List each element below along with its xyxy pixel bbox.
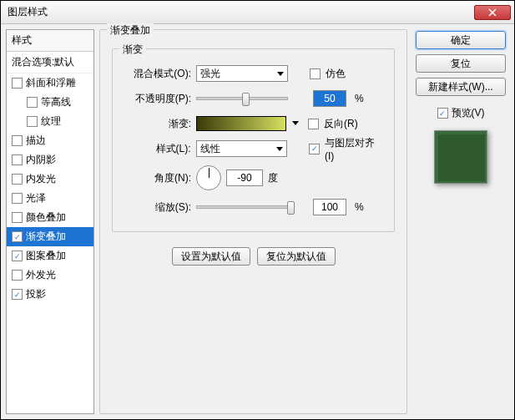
style-item[interactable]: 纹理 bbox=[7, 112, 93, 131]
style-checkbox[interactable] bbox=[27, 97, 38, 108]
options-panel: 渐变叠加 渐变 混合模式(O): 强光 仿色 不透明度(P): 50 bbox=[99, 29, 407, 414]
dither-label: 仿色 bbox=[326, 67, 346, 81]
style-item[interactable]: 颜色叠加 bbox=[7, 208, 93, 227]
close-button[interactable] bbox=[474, 5, 511, 20]
titlebar: 图层样式 bbox=[1, 1, 514, 24]
new-style-button[interactable]: 新建样式(W)... bbox=[416, 78, 506, 96]
align-label: 与图层对齐(I) bbox=[325, 136, 384, 162]
style-item[interactable]: 斜面和浮雕 bbox=[7, 73, 93, 93]
style-checkbox[interactable] bbox=[12, 135, 23, 146]
scale-unit: % bbox=[355, 201, 364, 213]
layer-style-dialog: 图层样式 样式 混合选项:默认 斜面和浮雕等高线纹理描边内阴影内发光光泽颜色叠加… bbox=[0, 0, 515, 420]
style-checkbox[interactable] bbox=[12, 212, 23, 223]
style-item-label: 颜色叠加 bbox=[26, 210, 66, 225]
close-icon bbox=[488, 8, 497, 17]
style-item[interactable]: ✓渐变叠加 bbox=[7, 227, 93, 246]
reverse-label: 反向(R) bbox=[324, 117, 358, 131]
align-checkbox[interactable]: ✓ bbox=[309, 144, 320, 154]
gradient-label: 渐变: bbox=[123, 117, 191, 131]
angle-unit: 度 bbox=[268, 171, 278, 185]
scale-slider[interactable] bbox=[196, 205, 288, 209]
style-item-label: 内阴影 bbox=[26, 153, 56, 167]
style-item-label: 纹理 bbox=[41, 114, 61, 129]
style-item-label: 斜面和浮雕 bbox=[26, 76, 76, 90]
style-select[interactable]: 线性 bbox=[196, 140, 288, 157]
style-item-label: 投影 bbox=[26, 287, 46, 301]
style-checkbox[interactable] bbox=[12, 270, 23, 281]
gradient-overlay-group: 渐变叠加 渐变 混合模式(O): 强光 仿色 不透明度(P): 50 bbox=[99, 29, 407, 414]
styles-header[interactable]: 样式 bbox=[7, 30, 93, 52]
style-item-label: 内发光 bbox=[26, 172, 56, 186]
style-checkbox[interactable] bbox=[27, 116, 38, 127]
opacity-input[interactable]: 50 bbox=[313, 90, 346, 107]
style-item-label: 等高线 bbox=[41, 95, 71, 109]
style-checkbox[interactable] bbox=[12, 193, 23, 204]
style-item-label: 光泽 bbox=[26, 191, 46, 205]
ok-button[interactable]: 确定 bbox=[416, 31, 506, 49]
style-item[interactable]: ✓图案叠加 bbox=[7, 246, 93, 266]
style-checkbox[interactable] bbox=[12, 78, 23, 89]
style-checkbox[interactable]: ✓ bbox=[12, 231, 23, 242]
angle-dial[interactable] bbox=[196, 165, 221, 190]
style-item[interactable]: 内阴影 bbox=[7, 150, 93, 170]
style-item[interactable]: 描边 bbox=[7, 131, 93, 150]
style-item[interactable]: 外发光 bbox=[7, 266, 93, 285]
scale-label: 缩放(S): bbox=[123, 200, 191, 215]
angle-label: 角度(N): bbox=[123, 171, 191, 185]
style-item-label: 描边 bbox=[26, 134, 46, 148]
style-item[interactable]: ✓投影 bbox=[7, 285, 93, 304]
style-checkbox[interactable] bbox=[12, 174, 23, 185]
style-label: 样式(L): bbox=[123, 142, 191, 156]
styles-list: 样式 混合选项:默认 斜面和浮雕等高线纹理描边内阴影内发光光泽颜色叠加✓渐变叠加… bbox=[6, 29, 94, 414]
gradient-group: 渐变 混合模式(O): 强光 仿色 不透明度(P): 50 % bbox=[112, 48, 395, 232]
style-checkbox[interactable]: ✓ bbox=[12, 289, 23, 300]
scale-input[interactable]: 100 bbox=[313, 199, 346, 215]
cancel-button[interactable]: 复位 bbox=[416, 54, 506, 73]
inner-group-title: 渐变 bbox=[119, 43, 146, 57]
make-default-button[interactable]: 设置为默认值 bbox=[172, 247, 250, 266]
style-item-label: 渐变叠加 bbox=[26, 230, 66, 244]
opacity-unit: % bbox=[355, 93, 364, 104]
preview-checkbox[interactable]: ✓ bbox=[437, 108, 448, 119]
angle-input[interactable]: -90 bbox=[226, 170, 263, 186]
style-item[interactable]: 等高线 bbox=[7, 93, 93, 112]
blend-mode-label: 混合模式(O): bbox=[123, 67, 191, 81]
window-title: 图层样式 bbox=[8, 5, 474, 19]
reverse-checkbox[interactable] bbox=[308, 119, 319, 129]
opacity-slider[interactable] bbox=[196, 97, 288, 100]
dither-checkbox[interactable] bbox=[310, 68, 321, 79]
style-item-label: 图案叠加 bbox=[26, 249, 66, 263]
style-checkbox[interactable] bbox=[12, 154, 23, 165]
style-item[interactable]: 光泽 bbox=[7, 189, 93, 208]
gradient-picker[interactable] bbox=[196, 116, 286, 131]
blend-mode-select[interactable]: 强光 bbox=[196, 65, 288, 82]
action-panel: 确定 复位 新建样式(W)... ✓ 预览(V) bbox=[412, 29, 509, 414]
style-item-label: 外发光 bbox=[26, 268, 56, 282]
blending-options-default[interactable]: 混合选项:默认 bbox=[7, 52, 93, 73]
style-item[interactable]: 内发光 bbox=[7, 170, 93, 189]
preview-swatch bbox=[434, 130, 487, 184]
style-checkbox[interactable]: ✓ bbox=[12, 250, 23, 261]
preview-label: 预览(V) bbox=[452, 106, 485, 120]
reset-default-button[interactable]: 复位为默认值 bbox=[257, 247, 336, 266]
opacity-label: 不透明度(P): bbox=[123, 92, 191, 106]
group-title: 渐变叠加 bbox=[107, 23, 154, 38]
